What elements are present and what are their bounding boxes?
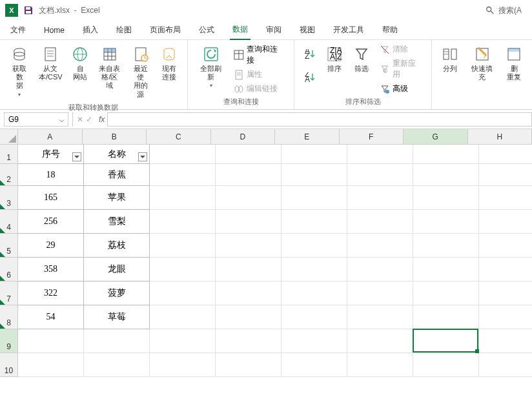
row-header[interactable]: 1 <box>0 145 18 164</box>
ribbon-btn-0[interactable]: 获取数据▾ <box>5 43 34 100</box>
cell[interactable] <box>413 186 479 210</box>
cell[interactable] <box>281 281 347 305</box>
cell[interactable]: 荔枝 <box>84 234 150 258</box>
cell[interactable] <box>150 281 216 305</box>
col-header[interactable]: G <box>404 129 468 145</box>
cell[interactable] <box>216 145 281 164</box>
tab-Home[interactable]: Home <box>41 22 67 39</box>
cell[interactable]: 256 <box>18 210 84 234</box>
cell[interactable] <box>216 329 281 353</box>
cell[interactable] <box>216 305 281 329</box>
cell[interactable]: 54 <box>18 305 84 329</box>
cell[interactable] <box>347 145 413 164</box>
row-header[interactable]: 6 <box>0 258 18 281</box>
cell[interactable] <box>413 234 479 258</box>
filter-dropdown-icon[interactable] <box>72 152 81 161</box>
col-header[interactable]: H <box>468 129 533 145</box>
cell[interactable] <box>479 258 532 281</box>
cell[interactable] <box>413 210 479 234</box>
row-header[interactable]: 8 <box>0 305 18 329</box>
cell[interactable] <box>479 234 532 258</box>
cell[interactable] <box>150 305 216 329</box>
ribbon-btn-删
重复[interactable]: 删重复 <box>501 43 527 84</box>
cell[interactable] <box>479 186 532 210</box>
cell[interactable] <box>413 281 479 305</box>
name-box[interactable]: G9⌵ <box>4 112 68 127</box>
ribbon-small-高级[interactable]: 高级 <box>376 82 426 96</box>
cell[interactable] <box>216 234 281 258</box>
tab-帮助[interactable]: 帮助 <box>380 21 400 39</box>
tab-公式[interactable]: 公式 <box>196 21 217 39</box>
cell[interactable] <box>347 234 413 258</box>
cell[interactable] <box>413 164 479 186</box>
select-all-corner[interactable] <box>0 129 18 145</box>
cell[interactable]: 菠萝 <box>84 281 150 305</box>
tab-开发工具[interactable]: 开发工具 <box>331 21 367 39</box>
cell[interactable] <box>150 210 216 234</box>
cell[interactable] <box>281 353 347 377</box>
cell[interactable]: 苹果 <box>84 186 150 210</box>
cell[interactable] <box>216 353 281 377</box>
sort-button[interactable]: Z|AA|Z 排序 <box>322 43 347 76</box>
cell[interactable] <box>413 353 479 377</box>
cell[interactable] <box>347 186 413 210</box>
cell[interactable] <box>216 164 281 186</box>
col-header[interactable]: F <box>340 129 404 145</box>
cell[interactable] <box>216 258 281 281</box>
cell[interactable]: 165 <box>18 186 84 210</box>
ribbon-btn-快速填充[interactable]: 快速填充 <box>464 43 500 84</box>
cell[interactable] <box>216 281 281 305</box>
cell[interactable] <box>150 186 216 210</box>
cell[interactable]: 龙眼 <box>84 258 150 281</box>
cell[interactable] <box>150 353 216 377</box>
ribbon-btn-1[interactable]: 从文本/CSV <box>35 43 66 84</box>
cell[interactable] <box>18 329 84 353</box>
cell[interactable] <box>18 353 84 377</box>
tab-视图[interactable]: 视图 <box>297 21 318 39</box>
cell[interactable] <box>216 210 281 234</box>
cell[interactable] <box>150 164 216 186</box>
tab-插入[interactable]: 插入 <box>80 21 101 39</box>
filter-dropdown-icon[interactable] <box>138 152 147 161</box>
tab-审阅[interactable]: 审阅 <box>263 21 284 39</box>
cell[interactable] <box>413 258 479 281</box>
col-header[interactable]: E <box>275 129 340 145</box>
ribbon-btn-2[interactable]: 自网站 <box>67 43 93 84</box>
cell[interactable] <box>347 305 413 329</box>
ribbon-small-查询和连接[interactable]: 查询和连接 <box>230 43 289 67</box>
cell[interactable] <box>281 164 347 186</box>
col-header[interactable]: D <box>211 129 276 145</box>
cell[interactable]: 雪梨 <box>84 210 150 234</box>
col-header[interactable]: C <box>147 129 211 145</box>
cell[interactable] <box>150 329 216 353</box>
spreadsheet-grid[interactable]: 12345678910 ABCDEFGH 序号名称18香蕉165苹果256雪梨2… <box>0 129 532 399</box>
cell[interactable]: 358 <box>18 258 84 281</box>
chevron-down-icon[interactable]: ⌵ <box>59 115 64 124</box>
tab-数据[interactable]: 数据 <box>230 20 251 40</box>
tab-绘图[interactable]: 绘图 <box>114 21 134 39</box>
cell[interactable]: 草莓 <box>84 305 150 329</box>
cell[interactable] <box>347 210 413 234</box>
cell[interactable] <box>84 353 150 377</box>
cell[interactable] <box>413 305 479 329</box>
cell[interactable] <box>347 164 413 186</box>
cell[interactable] <box>84 329 150 353</box>
sort-asc-button[interactable]: AZ <box>300 48 320 61</box>
cell[interactable] <box>281 186 347 210</box>
cell[interactable] <box>150 234 216 258</box>
cell[interactable] <box>281 234 347 258</box>
cell[interactable] <box>479 281 532 305</box>
cell[interactable] <box>479 329 532 353</box>
fx-icon[interactable]: fx <box>96 115 107 124</box>
row-header[interactable]: 5 <box>0 234 18 258</box>
cell[interactable] <box>479 210 532 234</box>
ribbon-btn-分列[interactable]: 分列 <box>437 43 463 76</box>
formula-input[interactable] <box>107 112 532 127</box>
tab-文件[interactable]: 文件 <box>8 21 28 39</box>
row-header[interactable]: 7 <box>0 281 18 305</box>
search-box[interactable]: 搜索(A <box>480 3 527 19</box>
cell[interactable] <box>347 329 413 353</box>
cell[interactable] <box>150 258 216 281</box>
cell[interactable] <box>281 258 347 281</box>
cell[interactable] <box>281 329 347 353</box>
